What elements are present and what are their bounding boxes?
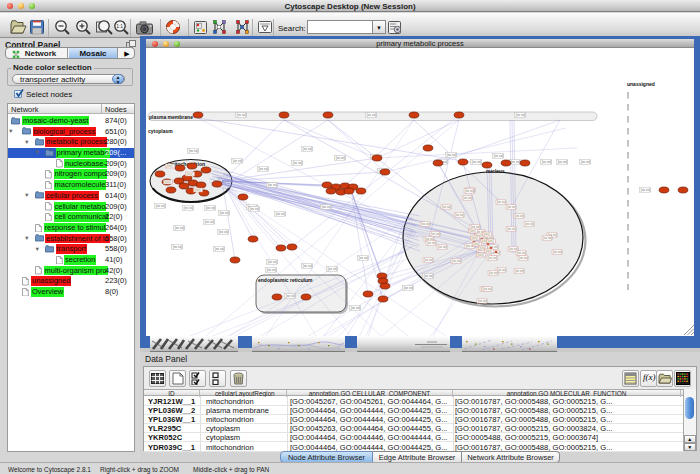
svg-text:[xx xx]: [xx xx] [184,206,194,210]
svg-text:[xx xx]: [xx xx] [237,113,247,117]
svg-text:[xx xx]: [xx xx] [489,271,498,275]
svg-text:[xxx]: [xxx] [486,249,492,253]
svg-text:[xx xx]: [xx xx] [328,267,338,271]
svg-text:[xx xx]: [xx xx] [404,286,414,290]
svg-text:[xx xx]: [xx xx] [259,167,269,171]
svg-text:[xx xx]: [xx xx] [421,222,430,226]
svg-text:[xx xx]: [xx xx] [507,205,516,209]
svg-text:[xx xx]: [xx xx] [452,259,461,263]
svg-text:plasma membrane: plasma membrane [149,114,193,120]
svg-text:[xx xx]: [xx xx] [507,227,516,231]
svg-text:[xxx]: [xxx] [187,172,193,176]
svg-text:[xx xx]: [xx xx] [175,226,185,230]
svg-text:[xxx]: [xxx] [472,236,478,240]
svg-text:[xxx]: [xxx] [488,239,494,243]
svg-text:[xx xx]: [xx xx] [351,306,361,310]
svg-text:[xx xx]: [xx xx] [641,188,651,192]
svg-text:[xx xx]: [xx xx] [267,268,277,272]
svg-text:[xx xx]: [xx xx] [215,247,225,251]
svg-text:[xx xx]: [xx xx] [276,212,286,216]
svg-text:[xx xx]: [xx xx] [293,161,303,165]
svg-text:[xx xx]: [xx xx] [189,149,199,153]
svg-text:[xx xx]: [xx xx] [268,183,278,187]
svg-text:[xx xx]: [xx xx] [516,113,526,117]
svg-text:[xx xx]: [xx xx] [497,200,506,204]
svg-text:[xx xx]: [xx xx] [336,156,346,160]
svg-text:[xx xx]: [xx xx] [367,113,377,117]
svg-text:[xx xx]: [xx xx] [519,256,528,260]
svg-text:[xx xx]: [xx xx] [543,236,552,240]
svg-text:[xx xx]: [xx xx] [156,204,166,208]
svg-text:[xx xx]: [xx xx] [497,268,506,272]
svg-text:[xx xx]: [xx xx] [494,154,504,158]
svg-text:[xx xx]: [xx xx] [517,251,526,255]
svg-text:[xx xx]: [xx xx] [455,213,464,217]
svg-text:[xx xx]: [xx xx] [515,269,524,273]
svg-text:[xxx]: [xxx] [165,180,171,184]
svg-text:1:1: 1:1 [116,23,123,29]
svg-text:[xx xx]: [xx xx] [525,222,534,226]
svg-text:[xx xx]: [xx xx] [424,258,433,262]
svg-text:[xx xx]: [xx xx] [205,220,215,224]
svg-text:endoplasmic reticulum: endoplasmic reticulum [258,277,313,283]
svg-text:[xx xx]: [xx xx] [553,250,562,254]
svg-text:[xx xx]: [xx xx] [463,196,472,200]
svg-text:[xx xx]: [xx xx] [442,205,451,209]
svg-text:[xx xx]: [xx xx] [478,299,487,303]
svg-text:unassigned: unassigned [627,81,655,87]
svg-text:[xx xx]: [xx xx] [303,147,313,151]
svg-text:[xx xx]: [xx xx] [438,245,447,249]
svg-text:[xx xx]: [xx xx] [465,189,474,193]
svg-text:[xx xx]: [xx xx] [206,206,216,210]
svg-text:[xx xx]: [xx xx] [431,232,440,236]
svg-text:[xx xx]: [xx xx] [472,160,482,164]
svg-text:[xx xx]: [xx xx] [511,160,521,164]
svg-text:[xx xx]: [xx xx] [581,160,591,164]
svg-text:[xx xx]: [xx xx] [558,160,568,164]
svg-text:[xx xx]: [xx xx] [483,287,492,291]
svg-text:cytoplasm: cytoplasm [148,128,173,134]
svg-text:[xx xx]: [xx xx] [303,264,313,268]
svg-text:[xx xx]: [xx xx] [219,230,229,234]
svg-text:[xxx]: [xxx] [167,164,173,168]
svg-text:[xx xx]: [xx xx] [233,159,243,163]
svg-text:[xx xx]: [xx xx] [322,205,332,209]
svg-text:[xx xx]: [xx xx] [447,153,457,157]
svg-text:[xxx]: [xxx] [195,188,201,192]
svg-text:[xxx]: [xxx] [484,232,490,236]
svg-text:[xx xx]: [xx xx] [220,211,230,215]
svg-text:[xx xx]: [xx xx] [173,245,183,249]
svg-text:[xx xx]: [xx xx] [488,256,497,260]
svg-text:[xxx]: [xxx] [478,253,484,257]
svg-text:[xx xx]: [xx xx] [542,160,552,164]
svg-text:[xx xx]: [xx xx] [515,214,524,218]
svg-text:nucleus: nucleus [486,168,505,174]
svg-text:[xx xx]: [xx xx] [359,256,369,260]
svg-text:[xx xx]: [xx xx] [424,274,434,278]
svg-text:[xx xx]: [xx xx] [286,294,296,298]
svg-text:[xx xx]: [xx xx] [427,241,436,245]
svg-text:[xx xx]: [xx xx] [268,260,278,264]
svg-text:[xxx]: [xxx] [470,229,476,233]
svg-text:[xx xx]: [xx xx] [250,207,260,211]
